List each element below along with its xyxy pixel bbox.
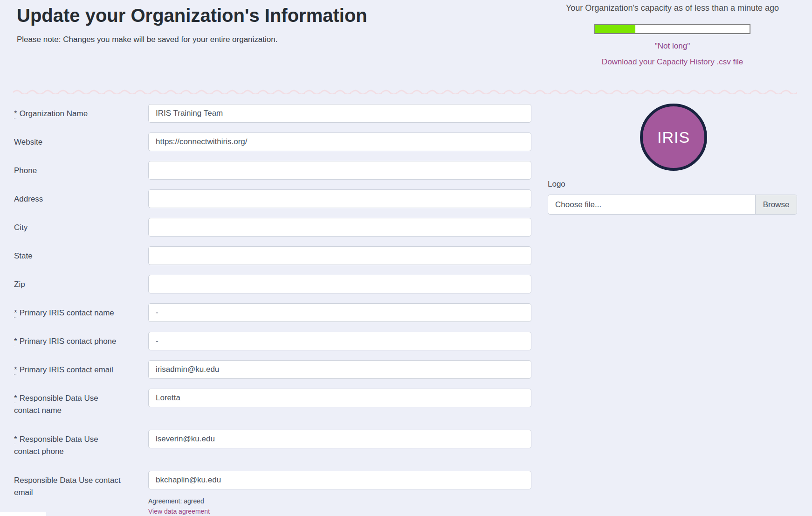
page-note: Please note: Changes you make will be sa… xyxy=(17,35,367,44)
form-row: Website xyxy=(14,132,531,151)
address-label: Address xyxy=(14,189,126,205)
form-row: City xyxy=(14,218,531,237)
page-header: Update your Organization's Information P… xyxy=(17,4,367,44)
organization-logo: IRIS xyxy=(640,104,707,171)
form-row: *Primary IRIS contact email xyxy=(14,360,531,379)
organization-name-input[interactable] xyxy=(148,104,531,123)
required-marker: * xyxy=(14,394,17,403)
required-marker: * xyxy=(14,308,17,318)
city-label: City xyxy=(14,218,126,234)
view-data-agreement-link[interactable]: View data agreement xyxy=(148,507,210,516)
form-row: Zip xyxy=(14,275,531,293)
required-marker: * xyxy=(14,109,17,119)
primary-contact-phone-label: *Primary IRIS contact phone xyxy=(14,332,126,348)
phone-label: Phone xyxy=(14,161,126,177)
form-row: Phone xyxy=(14,161,531,180)
logo-file-placeholder: Choose file... xyxy=(548,195,755,214)
organization-logo-text: IRIS xyxy=(657,128,690,146)
agreement-block: Agreement: agreed View data agreement xyxy=(148,497,531,516)
capacity-heading: Your Organization's capacity as of less … xyxy=(548,3,797,13)
capacity-panel: Your Organization's capacity as of less … xyxy=(548,3,797,67)
website-input[interactable] xyxy=(148,132,531,151)
form-row: *Primary IRIS contact name xyxy=(14,303,531,322)
capacity-progress-bar xyxy=(594,24,750,34)
organization-form: *Organization Name Website Phone Address… xyxy=(14,104,531,516)
form-row: *Organization Name xyxy=(14,104,531,123)
wavy-divider xyxy=(13,88,797,94)
zip-label: Zip xyxy=(14,275,126,291)
address-input[interactable] xyxy=(148,189,531,208)
rdu-contact-phone-input[interactable] xyxy=(148,430,531,448)
form-row: State xyxy=(14,246,531,265)
primary-contact-email-label: *Primary IRIS contact email xyxy=(14,360,126,376)
capacity-status-label: "Not long" xyxy=(548,42,797,51)
required-marker: * xyxy=(14,337,17,346)
form-row: *Responsible Data Use contact phone xyxy=(14,430,531,458)
logo-file-input[interactable]: Choose file... Browse xyxy=(548,195,797,215)
website-label: Website xyxy=(14,132,126,148)
city-input[interactable] xyxy=(148,218,531,237)
state-label: State xyxy=(14,246,126,262)
rdu-contact-name-label: *Responsible Data Use contact name xyxy=(14,389,126,417)
primary-contact-name-input[interactable] xyxy=(148,303,531,322)
form-row: *Responsible Data Use contact name xyxy=(14,389,531,417)
required-marker: * xyxy=(14,435,17,444)
form-row: Responsible Data Use contact email xyxy=(14,471,531,499)
primary-contact-phone-input[interactable] xyxy=(148,332,531,350)
agreement-status: Agreement: agreed xyxy=(148,497,531,506)
rdu-contact-email-label: Responsible Data Use contact email xyxy=(14,471,126,499)
rdu-contact-email-input[interactable] xyxy=(148,471,531,489)
bottom-left-strip xyxy=(0,512,46,516)
form-row: *Primary IRIS contact phone xyxy=(14,332,531,350)
logo-field-label: Logo xyxy=(548,180,565,189)
phone-input[interactable] xyxy=(148,161,531,180)
primary-contact-email-input[interactable] xyxy=(148,360,531,379)
organization-name-label: *Organization Name xyxy=(14,104,126,120)
state-input[interactable] xyxy=(148,246,531,265)
page-title: Update your Organization's Information xyxy=(17,4,367,27)
zip-input[interactable] xyxy=(148,275,531,293)
rdu-contact-phone-label: *Responsible Data Use contact phone xyxy=(14,430,126,458)
rdu-contact-name-input[interactable] xyxy=(148,389,531,407)
primary-contact-name-label: *Primary IRIS contact name xyxy=(14,303,126,319)
browse-button[interactable]: Browse xyxy=(755,195,797,214)
capacity-progress-fill xyxy=(595,25,635,33)
organization-info-page: Update your Organization's Information P… xyxy=(0,0,812,516)
form-row: Address xyxy=(14,189,531,208)
required-marker: * xyxy=(14,365,17,375)
capacity-history-download-link[interactable]: Download your Capacity History .csv file xyxy=(602,57,743,67)
